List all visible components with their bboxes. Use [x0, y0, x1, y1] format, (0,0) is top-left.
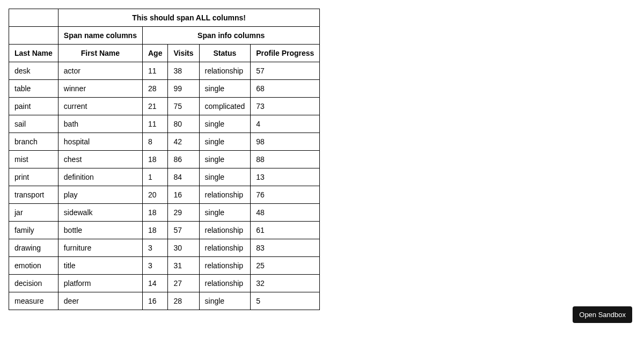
cell-visits: 57 — [168, 222, 199, 239]
cell-status: relationship — [199, 239, 251, 257]
cell-age: 20 — [142, 186, 167, 204]
cell-visits: 42 — [168, 133, 199, 151]
cell-progress: 48 — [251, 204, 320, 222]
cell-first: chest — [58, 151, 142, 168]
table-row: mistchest1886single88 — [9, 151, 320, 168]
cell-age: 14 — [142, 275, 167, 292]
cell-status: relationship — [199, 62, 251, 80]
cell-last: emotion — [9, 257, 58, 275]
cell-last: print — [9, 168, 58, 186]
cell-visits: 80 — [168, 115, 199, 133]
cell-status: single — [199, 204, 251, 222]
cell-progress: 68 — [251, 80, 320, 98]
table-row: deskactor1138relationship57 — [9, 62, 320, 80]
cell-first: definition — [58, 168, 142, 186]
cell-progress: 61 — [251, 222, 320, 239]
cell-progress: 88 — [251, 151, 320, 168]
cell-first: winner — [58, 80, 142, 98]
header-status[interactable]: Status — [199, 45, 251, 62]
header-visits[interactable]: Visits — [168, 45, 199, 62]
cell-age: 8 — [142, 133, 167, 151]
header-span-info: Span info columns — [142, 27, 319, 45]
cell-age: 3 — [142, 257, 167, 275]
cell-progress: 32 — [251, 275, 320, 292]
cell-last: table — [9, 80, 58, 98]
cell-age: 28 — [142, 80, 167, 98]
cell-status: complicated — [199, 98, 251, 115]
table-row: decisionplatform1427relationship32 — [9, 275, 320, 292]
cell-progress: 98 — [251, 133, 320, 151]
open-sandbox-button[interactable]: Open Sandbox — [573, 306, 632, 323]
cell-age: 11 — [142, 115, 167, 133]
table-row: familybottle1857relationship61 — [9, 222, 320, 239]
table-row: drawingfurniture330relationship83 — [9, 239, 320, 257]
cell-first: play — [58, 186, 142, 204]
header-progress[interactable]: Profile Progress — [251, 45, 320, 62]
cell-age: 21 — [142, 98, 167, 115]
table-row: measuredeer1628single5 — [9, 292, 320, 310]
cell-visits: 38 — [168, 62, 199, 80]
cell-last: measure — [9, 292, 58, 310]
cell-status: relationship — [199, 275, 251, 292]
cell-last: desk — [9, 62, 58, 80]
data-table: This should span ALL columns! Span name … — [9, 9, 320, 310]
cell-age: 16 — [142, 292, 167, 310]
cell-visits: 86 — [168, 151, 199, 168]
table-row: sailbath1180single4 — [9, 115, 320, 133]
cell-status: single — [199, 133, 251, 151]
cell-progress: 5 — [251, 292, 320, 310]
table-row: printdefinition184single13 — [9, 168, 320, 186]
table-row: transportplay2016relationship76 — [9, 186, 320, 204]
cell-age: 18 — [142, 222, 167, 239]
cell-last: family — [9, 222, 58, 239]
cell-age: 1 — [142, 168, 167, 186]
cell-last: branch — [9, 133, 58, 151]
cell-status: relationship — [199, 222, 251, 239]
cell-first: platform — [58, 275, 142, 292]
cell-first: current — [58, 98, 142, 115]
cell-progress: 13 — [251, 168, 320, 186]
cell-visits: 31 — [168, 257, 199, 275]
cell-visits: 75 — [168, 98, 199, 115]
table-row: paintcurrent2175complicated73 — [9, 98, 320, 115]
cell-visits: 29 — [168, 204, 199, 222]
cell-age: 18 — [142, 151, 167, 168]
cell-status: single — [199, 80, 251, 98]
cell-first: hospital — [58, 133, 142, 151]
cell-last: transport — [9, 186, 58, 204]
cell-progress: 25 — [251, 257, 320, 275]
header-last-name[interactable]: Last Name — [9, 45, 58, 62]
cell-last: drawing — [9, 239, 58, 257]
header-first-name[interactable]: First Name — [58, 45, 142, 62]
cell-last: decision — [9, 275, 58, 292]
cell-age: 3 — [142, 239, 167, 257]
cell-first: title — [58, 257, 142, 275]
cell-visits: 30 — [168, 239, 199, 257]
table-row: emotiontitle331relationship25 — [9, 257, 320, 275]
cell-visits: 16 — [168, 186, 199, 204]
cell-last: jar — [9, 204, 58, 222]
cell-last: sail — [9, 115, 58, 133]
cell-visits: 84 — [168, 168, 199, 186]
cell-first: sidewalk — [58, 204, 142, 222]
table-row: branchhospital842single98 — [9, 133, 320, 151]
cell-visits: 28 — [168, 292, 199, 310]
cell-progress: 76 — [251, 186, 320, 204]
cell-visits: 27 — [168, 275, 199, 292]
header-span-all: This should span ALL columns! — [58, 9, 320, 27]
cell-last: mist — [9, 151, 58, 168]
cell-progress: 83 — [251, 239, 320, 257]
cell-last: paint — [9, 98, 58, 115]
cell-progress: 4 — [251, 115, 320, 133]
cell-progress: 73 — [251, 98, 320, 115]
cell-first: bottle — [58, 222, 142, 239]
cell-age: 18 — [142, 204, 167, 222]
cell-first: deer — [58, 292, 142, 310]
header-age[interactable]: Age — [142, 45, 167, 62]
header-span-name: Span name columns — [58, 27, 142, 45]
cell-status: single — [199, 168, 251, 186]
table-row: tablewinner2899single68 — [9, 80, 320, 98]
cell-progress: 57 — [251, 62, 320, 80]
header-empty-1 — [9, 9, 58, 27]
table-row: jarsidewalk1829single48 — [9, 204, 320, 222]
